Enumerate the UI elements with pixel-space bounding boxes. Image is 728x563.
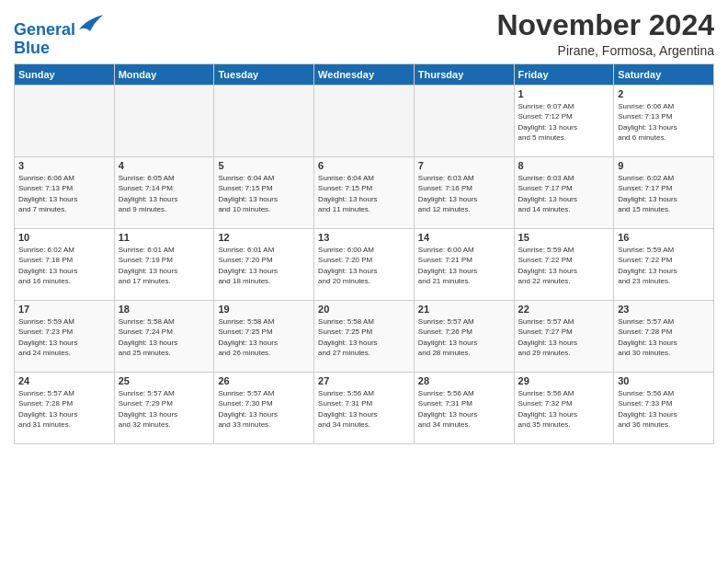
table-row: 14Sunrise: 6:00 AM Sunset: 7:21 PM Dayli… (414, 229, 514, 301)
table-row: 1Sunrise: 6:07 AM Sunset: 7:12 PM Daylig… (514, 86, 614, 157)
day-number: 22 (518, 304, 610, 315)
logo-text: General (14, 13, 103, 40)
table-row (214, 86, 314, 157)
day-info: Sunrise: 6:04 AM Sunset: 7:15 PM Dayligh… (218, 173, 310, 214)
day-info: Sunrise: 5:59 AM Sunset: 7:22 PM Dayligh… (518, 245, 610, 286)
day-number: 17 (18, 304, 110, 315)
day-number: 8 (518, 160, 610, 171)
day-info: Sunrise: 6:02 AM Sunset: 7:17 PM Dayligh… (618, 173, 710, 214)
table-row (114, 86, 214, 157)
table-row: 6Sunrise: 6:04 AM Sunset: 7:15 PM Daylig… (314, 157, 415, 229)
day-info: Sunrise: 6:03 AM Sunset: 7:16 PM Dayligh… (418, 173, 510, 214)
day-number: 7 (418, 160, 510, 171)
page-container: General Blue November 2024 Pirane, Formo… (0, 0, 728, 563)
logo-bird-icon (77, 13, 103, 35)
table-row: 21Sunrise: 5:57 AM Sunset: 7:26 PM Dayli… (414, 301, 514, 373)
table-row: 23Sunrise: 5:57 AM Sunset: 7:28 PM Dayli… (614, 301, 714, 373)
table-row: 9Sunrise: 6:02 AM Sunset: 7:17 PM Daylig… (614, 157, 714, 229)
day-number: 16 (618, 232, 710, 243)
day-info: Sunrise: 6:06 AM Sunset: 7:13 PM Dayligh… (18, 173, 110, 214)
day-number: 10 (18, 232, 110, 243)
logo-general: General (14, 20, 75, 39)
table-row: 29Sunrise: 5:56 AM Sunset: 7:32 PM Dayli… (514, 373, 614, 444)
day-number: 28 (418, 375, 510, 386)
day-number: 14 (418, 232, 510, 243)
table-row: 15Sunrise: 5:59 AM Sunset: 7:22 PM Dayli… (514, 229, 614, 301)
calendar-week-row: 17Sunrise: 5:59 AM Sunset: 7:23 PM Dayli… (15, 301, 714, 373)
table-row: 27Sunrise: 5:56 AM Sunset: 7:31 PM Dayli… (314, 373, 415, 444)
day-info: Sunrise: 6:06 AM Sunset: 7:13 PM Dayligh… (618, 101, 710, 143)
day-info: Sunrise: 5:57 AM Sunset: 7:29 PM Dayligh… (119, 388, 210, 430)
day-info: Sunrise: 6:05 AM Sunset: 7:14 PM Dayligh… (119, 173, 210, 214)
header: General Blue November 2024 Pirane, Formo… (14, 9, 714, 58)
day-number: 5 (218, 160, 310, 171)
day-number: 12 (218, 232, 310, 243)
table-row: 25Sunrise: 5:57 AM Sunset: 7:29 PM Dayli… (114, 373, 214, 444)
col-sunday: Sunday (15, 64, 115, 86)
location: Pirane, Formosa, Argentina (496, 43, 714, 58)
table-row: 2Sunrise: 6:06 AM Sunset: 7:13 PM Daylig… (614, 86, 714, 157)
day-info: Sunrise: 6:02 AM Sunset: 7:18 PM Dayligh… (18, 245, 110, 286)
day-info: Sunrise: 5:56 AM Sunset: 7:33 PM Dayligh… (618, 388, 710, 430)
table-row: 24Sunrise: 5:57 AM Sunset: 7:28 PM Dayli… (15, 373, 115, 444)
day-info: Sunrise: 5:57 AM Sunset: 7:26 PM Dayligh… (418, 316, 510, 358)
table-row: 10Sunrise: 6:02 AM Sunset: 7:18 PM Dayli… (15, 229, 115, 301)
day-info: Sunrise: 6:00 AM Sunset: 7:21 PM Dayligh… (418, 245, 510, 286)
table-row: 26Sunrise: 5:57 AM Sunset: 7:30 PM Dayli… (214, 373, 314, 444)
table-row: 3Sunrise: 6:06 AM Sunset: 7:13 PM Daylig… (15, 157, 115, 229)
calendar-week-row: 3Sunrise: 6:06 AM Sunset: 7:13 PM Daylig… (15, 157, 714, 229)
title-block: November 2024 Pirane, Formosa, Argentina (496, 9, 714, 58)
calendar-week-row: 24Sunrise: 5:57 AM Sunset: 7:28 PM Dayli… (15, 373, 714, 444)
table-row: 7Sunrise: 6:03 AM Sunset: 7:16 PM Daylig… (414, 157, 514, 229)
table-row: 17Sunrise: 5:59 AM Sunset: 7:23 PM Dayli… (15, 301, 115, 373)
day-number: 26 (218, 375, 310, 386)
day-info: Sunrise: 5:56 AM Sunset: 7:32 PM Dayligh… (518, 388, 610, 430)
day-info: Sunrise: 5:57 AM Sunset: 7:28 PM Dayligh… (618, 316, 710, 358)
table-row: 4Sunrise: 6:05 AM Sunset: 7:14 PM Daylig… (114, 157, 214, 229)
day-info: Sunrise: 6:04 AM Sunset: 7:15 PM Dayligh… (318, 173, 410, 214)
day-number: 20 (318, 304, 410, 315)
day-number: 24 (18, 375, 110, 386)
day-info: Sunrise: 5:57 AM Sunset: 7:27 PM Dayligh… (518, 316, 610, 358)
table-row (414, 86, 514, 157)
col-thursday: Thursday (414, 64, 514, 86)
col-monday: Monday (114, 64, 214, 86)
table-row: 11Sunrise: 6:01 AM Sunset: 7:19 PM Dayli… (114, 229, 214, 301)
day-number: 23 (618, 304, 710, 315)
day-info: Sunrise: 6:01 AM Sunset: 7:19 PM Dayligh… (119, 245, 210, 286)
col-saturday: Saturday (614, 64, 714, 86)
col-wednesday: Wednesday (314, 64, 415, 86)
day-info: Sunrise: 5:58 AM Sunset: 7:25 PM Dayligh… (218, 316, 310, 358)
table-row: 20Sunrise: 5:58 AM Sunset: 7:25 PM Dayli… (314, 301, 415, 373)
day-info: Sunrise: 5:56 AM Sunset: 7:31 PM Dayligh… (318, 388, 410, 430)
table-row: 12Sunrise: 6:01 AM Sunset: 7:20 PM Dayli… (214, 229, 314, 301)
day-number: 29 (518, 375, 610, 386)
day-number: 9 (618, 160, 710, 171)
day-info: Sunrise: 5:57 AM Sunset: 7:30 PM Dayligh… (218, 388, 310, 430)
day-info: Sunrise: 5:58 AM Sunset: 7:25 PM Dayligh… (318, 316, 410, 358)
col-friday: Friday (514, 64, 614, 86)
day-info: Sunrise: 6:01 AM Sunset: 7:20 PM Dayligh… (218, 245, 310, 286)
day-number: 19 (218, 304, 310, 315)
table-row (15, 86, 115, 157)
calendar-header-row: Sunday Monday Tuesday Wednesday Thursday… (15, 64, 714, 86)
day-info: Sunrise: 5:58 AM Sunset: 7:24 PM Dayligh… (119, 316, 210, 358)
table-row: 5Sunrise: 6:04 AM Sunset: 7:15 PM Daylig… (214, 157, 314, 229)
day-number: 2 (618, 88, 710, 99)
table-row: 16Sunrise: 5:59 AM Sunset: 7:22 PM Dayli… (614, 229, 714, 301)
calendar-week-row: 10Sunrise: 6:02 AM Sunset: 7:18 PM Dayli… (15, 229, 714, 301)
day-number: 6 (318, 160, 410, 171)
table-row: 22Sunrise: 5:57 AM Sunset: 7:27 PM Dayli… (514, 301, 614, 373)
table-row: 13Sunrise: 6:00 AM Sunset: 7:20 PM Dayli… (314, 229, 415, 301)
col-tuesday: Tuesday (214, 64, 314, 86)
day-info: Sunrise: 6:00 AM Sunset: 7:20 PM Dayligh… (318, 245, 410, 286)
day-number: 18 (119, 304, 210, 315)
table-row: 28Sunrise: 5:56 AM Sunset: 7:31 PM Dayli… (414, 373, 514, 444)
day-number: 30 (618, 375, 710, 386)
table-row: 30Sunrise: 5:56 AM Sunset: 7:33 PM Dayli… (614, 373, 714, 444)
day-number: 1 (518, 88, 610, 99)
table-row (314, 86, 415, 157)
day-info: Sunrise: 5:59 AM Sunset: 7:22 PM Dayligh… (618, 245, 710, 286)
day-info: Sunrise: 6:07 AM Sunset: 7:12 PM Dayligh… (518, 101, 610, 143)
table-row: 18Sunrise: 5:58 AM Sunset: 7:24 PM Dayli… (114, 301, 214, 373)
